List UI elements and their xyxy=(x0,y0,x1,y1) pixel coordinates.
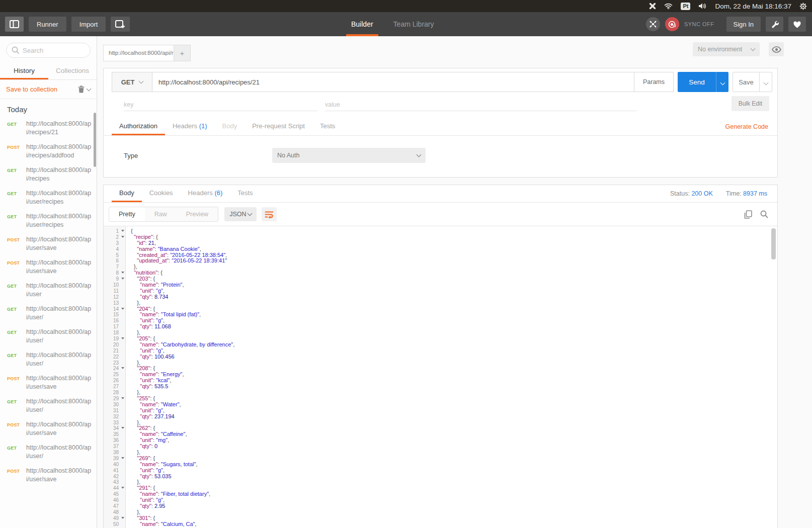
tab-tests[interactable]: Tests xyxy=(312,118,343,135)
history-item[interactable]: GEThttp://localhost:8000/api/user/recipe… xyxy=(7,212,97,229)
history-item[interactable]: GEThttp://localhost:8000/api/user/recipe… xyxy=(7,189,97,206)
bulk-edit-button[interactable]: Bulk Edit xyxy=(732,96,769,111)
fold-toggle-icon[interactable] xyxy=(121,367,124,369)
method-badge: GET xyxy=(7,328,23,345)
wrap-text-button[interactable] xyxy=(262,207,277,221)
tab-response-tests[interactable]: Tests xyxy=(230,185,260,202)
environment-select[interactable]: No environment xyxy=(693,42,760,56)
fold-toggle-icon[interactable] xyxy=(121,517,124,519)
url-input[interactable] xyxy=(152,72,634,92)
fold-toggle-icon[interactable] xyxy=(121,487,124,489)
tab-pre-request-script[interactable]: Pre-request Script xyxy=(245,118,312,135)
wifi-icon[interactable] xyxy=(664,3,673,10)
sidebar-scrollbar[interactable] xyxy=(94,113,96,167)
line-number: 24 xyxy=(104,366,125,372)
history-item[interactable]: GEThttp://localhost:8000/api/recipes xyxy=(7,166,97,183)
sidebar-toggle-button[interactable] xyxy=(5,17,24,32)
line-number: 22 xyxy=(104,354,125,360)
search-response-button[interactable] xyxy=(760,210,768,219)
tab-authorization[interactable]: Authorization xyxy=(112,118,165,135)
line-number: 26 xyxy=(104,378,125,384)
fold-toggle-icon[interactable] xyxy=(121,308,124,310)
fold-toggle-icon[interactable] xyxy=(121,272,124,274)
code-line: "qty": 8.734 xyxy=(131,294,777,300)
clear-history-button[interactable] xyxy=(78,85,91,93)
history-item[interactable]: POSThttp://localhost:8000/api/user/save xyxy=(7,467,97,484)
history-item[interactable]: GEThttp://localhost:8000/api/user/ xyxy=(7,444,97,461)
line-number: 46 xyxy=(104,497,125,503)
tab-response-headers[interactable]: Headers (6) xyxy=(181,185,230,202)
history-url: http://localhost:8000/api/user/save xyxy=(26,258,92,276)
tab-team-library[interactable]: Team Library xyxy=(388,12,439,36)
response-headers-count: (6) xyxy=(214,189,222,197)
fold-toggle-icon[interactable] xyxy=(121,337,124,339)
method-select[interactable]: GET xyxy=(112,72,152,92)
history-item[interactable]: POSThttp://localhost:8000/api/user/save xyxy=(7,258,97,276)
sync-icon[interactable] xyxy=(665,17,679,31)
auth-type-select[interactable]: No Auth xyxy=(272,148,426,163)
fold-toggle-icon[interactable] xyxy=(121,397,124,399)
fold-toggle-icon[interactable] xyxy=(121,236,124,238)
generate-code-link[interactable]: Generate Code xyxy=(725,123,769,130)
keyboard-layout-indicator[interactable]: Pt xyxy=(681,3,690,10)
history-item[interactable]: POSThttp://localhost:8000/api/user/save xyxy=(7,235,97,252)
notifier-x-icon[interactable] xyxy=(649,3,656,10)
fold-toggle-icon[interactable] xyxy=(121,230,124,232)
code-line: "291": { xyxy=(131,485,777,491)
tab-headers[interactable]: Headers (1) xyxy=(165,118,215,135)
tab-response-body[interactable]: Body xyxy=(112,185,142,202)
history-url: http://localhost:8000/api/recipes/21 xyxy=(26,120,92,137)
clock[interactable]: Dom, 22 de Mai 18:16:37 xyxy=(715,3,791,10)
sign-in-button[interactable]: Sign In xyxy=(726,17,761,32)
send-options-button[interactable] xyxy=(716,72,728,92)
tab-builder[interactable]: Builder xyxy=(346,12,378,36)
url-param-key-input[interactable] xyxy=(124,98,317,111)
tab-response-cookies[interactable]: Cookies xyxy=(142,185,181,202)
tab-history[interactable]: History xyxy=(0,63,48,79)
fold-toggle-icon[interactable] xyxy=(121,457,124,459)
history-item[interactable]: POSThttp://localhost:8000/api/recipes/ad… xyxy=(7,143,97,160)
code-line: "unit": "g", xyxy=(131,318,777,324)
line-number: 2 xyxy=(104,234,125,240)
wrench-icon[interactable] xyxy=(766,17,783,32)
code-line: "262": { xyxy=(131,425,777,431)
copy-response-button[interactable] xyxy=(744,210,752,219)
history-item[interactable]: GEThttp://localhost:8000/api/user/ xyxy=(7,328,97,345)
save-options-button[interactable] xyxy=(760,72,772,92)
view-raw-button[interactable]: Raw xyxy=(145,207,177,221)
fold-toggle-icon[interactable] xyxy=(121,427,124,429)
history-url: http://localhost:8000/api/user/ xyxy=(26,397,92,414)
history-item[interactable]: POSThttp://localhost:8000/api/user/save xyxy=(7,420,97,437)
heart-icon[interactable] xyxy=(788,17,806,32)
session-gear-icon[interactable] xyxy=(799,3,807,10)
save-to-collection-link[interactable]: Save to collection xyxy=(6,85,57,93)
editor-scrollbar[interactable] xyxy=(771,228,776,259)
url-param-value-input[interactable] xyxy=(325,98,637,111)
tab-collections[interactable]: Collections xyxy=(48,63,97,79)
interceptor-icon[interactable] xyxy=(646,17,660,31)
history-item[interactable]: GEThttp://localhost:8000/api/user/ xyxy=(7,397,97,414)
request-tab[interactable]: http://localhost:8000/api/r xyxy=(103,45,174,61)
history-item[interactable]: POSThttp://localhost:8000/api/user/save xyxy=(7,374,97,391)
send-button[interactable]: Send xyxy=(678,72,716,92)
save-button[interactable]: Save xyxy=(733,72,760,92)
history-url: http://localhost:8000/api/user/save xyxy=(26,467,92,484)
history-item[interactable]: GEThttp://localhost:8000/api/user/ xyxy=(7,305,97,322)
history-item[interactable]: GEThttp://localhost:8000/api/user xyxy=(7,282,97,299)
params-button[interactable]: Params xyxy=(634,72,674,92)
view-pretty-button[interactable]: Pretty xyxy=(109,207,145,221)
new-window-button[interactable] xyxy=(111,17,130,32)
view-preview-button[interactable]: Preview xyxy=(177,207,218,221)
history-item[interactable]: GEThttp://localhost:8000/api/recipes/21 xyxy=(7,120,97,137)
runner-button[interactable]: Runner xyxy=(29,17,66,32)
volume-icon[interactable] xyxy=(698,3,707,10)
new-tab-button[interactable]: + xyxy=(174,45,191,61)
fold-toggle-icon[interactable] xyxy=(121,278,124,280)
import-button[interactable]: Import xyxy=(71,17,106,32)
tab-body[interactable]: Body xyxy=(215,118,245,135)
line-number-gutter: 1234567891011121314151617181920212223242… xyxy=(104,226,126,528)
code-line: "name": "Calcium, Ca", xyxy=(131,521,777,527)
history-item[interactable]: GEThttp://localhost:8000/api/user/ xyxy=(7,351,97,368)
environment-quicklook-button[interactable] xyxy=(769,42,784,56)
format-select[interactable]: JSON xyxy=(224,207,257,221)
